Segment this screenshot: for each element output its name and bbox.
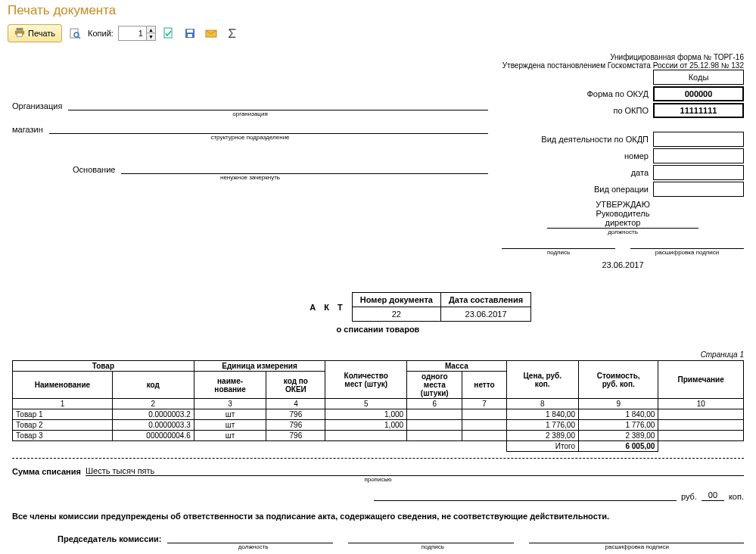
sum-line: Сумма списания Шесть тысяч пять [12, 466, 744, 476]
print-label: Печать [28, 29, 55, 38]
table-row: Товар 3000000004.6шт7962 389,002 389,00 [13, 431, 744, 441]
reason-label: Основание [73, 165, 115, 174]
preview-icon[interactable] [67, 25, 83, 42]
org-label: Организация [12, 101, 62, 110]
save-icon[interactable] [182, 25, 198, 42]
copies-stepper[interactable]: ▲ ▼ [118, 26, 156, 41]
okpo-value: 11111111 [653, 103, 744, 118]
act-header: А К Т Номер документаДата составления 22… [12, 292, 744, 322]
main-table: Товар Единица измерения Количество мест … [12, 360, 744, 452]
copies-label: Копий: [88, 29, 114, 38]
toolbar: Печать Копий: ▲ ▼ [0, 21, 756, 45]
optype-value [653, 182, 744, 197]
window-header: Печать документа [0, 0, 756, 21]
table-row: Товар 10.0000003.2шт7961,0001 840,001 84… [13, 409, 744, 420]
spin-down-icon[interactable]: ▼ [146, 33, 155, 40]
copies-input[interactable] [119, 27, 146, 39]
svg-line-5 [78, 36, 80, 39]
svg-rect-9 [188, 34, 192, 37]
reason-value [121, 163, 488, 174]
print-button[interactable]: Печать [8, 24, 62, 42]
approve-block: УТВЕРЖДАЮ Руководитель директор должност… [502, 200, 744, 269]
printer-icon [14, 27, 25, 39]
mail-icon[interactable] [203, 25, 219, 42]
svg-rect-8 [187, 30, 193, 33]
spin-up-icon[interactable]: ▲ [146, 26, 155, 33]
sigma-icon[interactable] [224, 25, 241, 42]
document-body: Унифицированная форма № ТОРГ-16 Утвержде… [0, 45, 756, 554]
okud-value: 000000 [653, 86, 744, 101]
okdp-value [653, 132, 744, 147]
page-label: Страница 1 [12, 350, 744, 359]
svg-rect-0 [17, 28, 23, 31]
separator [12, 458, 744, 459]
sheet-check-icon[interactable] [160, 25, 177, 42]
table-row: Товар 20.0000003.3шт7961,0001 776,001 77… [13, 420, 744, 431]
shop-label: магазин [12, 125, 43, 134]
org-value [68, 100, 488, 110]
declaration: Все члены комиссии предупреждены об отве… [12, 512, 744, 521]
shop-value [49, 123, 488, 134]
svg-rect-6 [164, 28, 172, 38]
codes-header: Коды [653, 70, 744, 85]
form-meta: Унифицированная форма № ТОРГ-16 Утвержде… [12, 53, 744, 70]
page-title: Печать документа [8, 3, 748, 18]
svg-rect-2 [17, 33, 23, 36]
act-meta-table: Номер документаДата составления 2223.06.… [352, 292, 531, 322]
number-value [653, 148, 744, 163]
date-value [653, 165, 744, 180]
